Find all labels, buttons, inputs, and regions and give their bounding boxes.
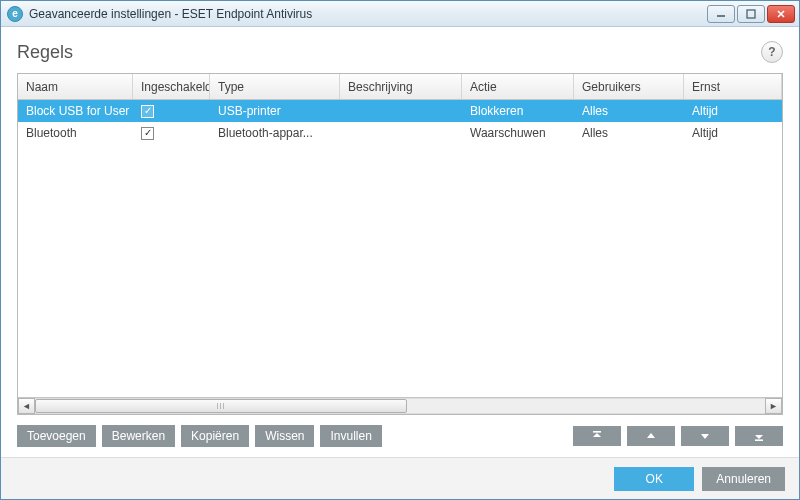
move-up-button[interactable] [627, 426, 675, 446]
column-header-gebruikers[interactable]: Gebruikers [574, 74, 684, 99]
cell-actie: Waarschuwen [462, 124, 574, 142]
cell-naam: Block USB for User [18, 102, 133, 120]
scroll-track[interactable] [35, 398, 765, 414]
column-header-type[interactable]: Type [210, 74, 340, 99]
column-header-actie[interactable]: Actie [462, 74, 574, 99]
cell-ingeschakeld[interactable]: ✓ [133, 103, 210, 120]
ok-button[interactable]: OK [614, 467, 694, 491]
dialog-footer: OK Annuleren [1, 457, 799, 499]
checkbox-icon[interactable]: ✓ [141, 105, 154, 118]
cell-ingeschakeld[interactable]: ✓ [133, 125, 210, 142]
scroll-left-button[interactable]: ◄ [18, 398, 35, 414]
section-title: Regels [17, 42, 73, 63]
cell-type: USB-printer [210, 102, 340, 120]
svg-rect-5 [593, 431, 601, 433]
toolbar-row: Toevoegen Bewerken Kopiëren Wissen Invul… [17, 415, 783, 447]
column-header-ingeschakeld[interactable]: Ingeschakeld [133, 74, 210, 99]
move-bottom-button[interactable] [735, 426, 783, 446]
table-header-row: Naam Ingeschakeld Type Beschrijving Acti… [18, 74, 782, 100]
window-controls [707, 5, 795, 23]
toevoegen-button[interactable]: Toevoegen [17, 425, 96, 447]
column-header-beschrijving[interactable]: Beschrijving [340, 74, 462, 99]
svg-rect-1 [747, 10, 755, 18]
move-top-button[interactable] [573, 426, 621, 446]
cell-actie: Blokkeren [462, 102, 574, 120]
cell-gebruikers: Alles [574, 102, 684, 120]
maximize-button[interactable] [737, 5, 765, 23]
svg-marker-7 [701, 434, 709, 439]
svg-rect-9 [755, 439, 763, 441]
window-title: Geavanceerde instellingen - ESET Endpoin… [29, 7, 701, 21]
app-icon: e [7, 6, 23, 22]
cell-naam: Bluetooth [18, 124, 133, 142]
cell-type: Bluetooth-appar... [210, 124, 340, 142]
table-row[interactable]: Bluetooth ✓ Bluetooth-appar... Waarschuw… [18, 122, 782, 144]
column-header-ernst[interactable]: Ernst [684, 74, 782, 99]
svg-marker-4 [593, 433, 601, 437]
cell-gebruikers: Alles [574, 124, 684, 142]
move-down-button[interactable] [681, 426, 729, 446]
cell-beschrijving [340, 109, 462, 113]
checkbox-icon[interactable]: ✓ [141, 127, 154, 140]
help-button[interactable]: ? [761, 41, 783, 63]
cell-ernst: Altijd [684, 102, 782, 120]
scroll-thumb[interactable] [35, 399, 407, 413]
horizontal-scrollbar[interactable]: ◄ ► [18, 397, 782, 414]
invullen-button[interactable]: Invullen [320, 425, 381, 447]
section-header: Regels ? [17, 41, 783, 73]
minimize-button[interactable] [707, 5, 735, 23]
app-window: e Geavanceerde instellingen - ESET Endpo… [0, 0, 800, 500]
scroll-right-button[interactable]: ► [765, 398, 782, 414]
table-row[interactable]: Block USB for User ✓ USB-printer Blokker… [18, 100, 782, 122]
cancel-button[interactable]: Annuleren [702, 467, 785, 491]
kopieren-button[interactable]: Kopiëren [181, 425, 249, 447]
svg-marker-6 [647, 433, 655, 438]
table-body: Block USB for User ✓ USB-printer Blokker… [18, 100, 782, 397]
wissen-button[interactable]: Wissen [255, 425, 314, 447]
cell-beschrijving [340, 131, 462, 135]
content-area: Regels ? Naam Ingeschakeld Type Beschrij… [1, 27, 799, 457]
bewerken-button[interactable]: Bewerken [102, 425, 175, 447]
titlebar[interactable]: e Geavanceerde instellingen - ESET Endpo… [1, 1, 799, 27]
cell-ernst: Altijd [684, 124, 782, 142]
rules-table: Naam Ingeschakeld Type Beschrijving Acti… [17, 73, 783, 415]
column-header-naam[interactable]: Naam [18, 74, 133, 99]
close-button[interactable] [767, 5, 795, 23]
svg-marker-8 [755, 435, 763, 439]
